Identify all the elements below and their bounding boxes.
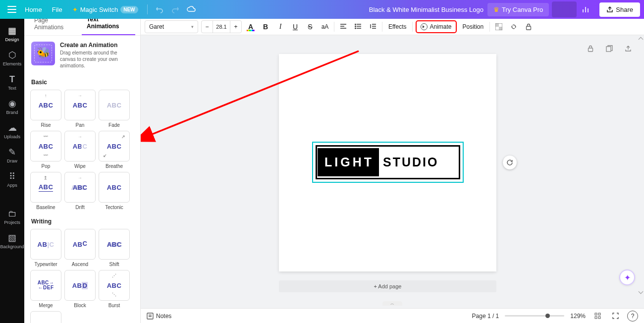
rail-design[interactable]: ▦Design: [0, 22, 24, 46]
svg-rect-4: [499, 27, 502, 30]
tab-text-animations[interactable]: Text Animations: [82, 19, 135, 35]
magic-switch-label: Magic Switch: [80, 6, 118, 13]
list-button[interactable]: [352, 21, 364, 33]
font-color-button[interactable]: A: [245, 21, 257, 33]
tab-page-animations[interactable]: Page Animations: [29, 19, 82, 35]
redo-button[interactable]: [167, 1, 183, 17]
rail-apps[interactable]: ⠿Apps: [0, 167, 24, 192]
assistant-fab[interactable]: ✦: [619, 269, 635, 285]
animation-tabs: Page Animations Text Animations: [24, 19, 140, 36]
page-tray-toggle[interactable]: ︿: [382, 301, 402, 306]
rail-text[interactable]: TText: [0, 70, 24, 95]
undo-button[interactable]: [152, 1, 167, 17]
home-link[interactable]: Home: [20, 6, 47, 13]
anim-pan[interactable]: →ABC: [64, 90, 96, 120]
text-case-button[interactable]: aA: [319, 21, 331, 33]
anim-shift-label: Shift: [109, 262, 119, 267]
anim-merge[interactable]: ABC→←DEF: [30, 270, 61, 301]
crown-icon: ♛: [493, 6, 499, 13]
anim-shift[interactable]: ABC: [99, 229, 130, 260]
font-size-increase[interactable]: +: [230, 21, 241, 33]
svg-point-1: [355, 26, 356, 27]
duplicate-page-icon[interactable]: [603, 43, 615, 54]
anim-rise[interactable]: ↑ABC: [30, 90, 61, 120]
align-button[interactable]: [337, 21, 349, 33]
expand-icon: ↙: [103, 153, 107, 158]
italic-button[interactable]: I: [274, 21, 286, 33]
animate-label: Animate: [429, 23, 451, 30]
anim-ascend[interactable]: ABC: [64, 229, 96, 260]
font-size-value[interactable]: 28.1: [213, 21, 230, 33]
try-pro-button[interactable]: ♛ Try Canva Pro: [487, 3, 549, 16]
share-label: Share: [616, 6, 633, 13]
present-button[interactable]: [552, 1, 577, 17]
vertical-scrollbar[interactable]: [640, 38, 642, 293]
rail-uploads[interactable]: ☁Uploads: [0, 119, 24, 143]
svg-rect-15: [598, 317, 600, 319]
underline-button[interactable]: U: [289, 21, 301, 33]
anim-pop[interactable]: 〰ABC〰: [30, 131, 61, 162]
anim-block[interactable]: ABD: [64, 270, 96, 301]
strikethrough-button[interactable]: S: [304, 21, 316, 33]
design-page[interactable]: LIGHT STUDIO: [279, 54, 496, 271]
animate-button[interactable]: Animate: [416, 20, 456, 33]
link-button[interactable]: [508, 21, 520, 33]
anim-fade[interactable]: ABC: [99, 90, 130, 120]
magic-switch-button[interactable]: ✦ Magic Switch NEW: [67, 4, 143, 15]
rail-background[interactable]: ▧Background: [0, 229, 24, 253]
export-page-icon[interactable]: [622, 43, 634, 54]
page-lock-icon[interactable]: [585, 43, 596, 54]
canvas-area[interactable]: LIGHT STUDIO + Add page ︿ ✦: [141, 35, 644, 308]
zoom-slider[interactable]: [505, 315, 564, 317]
insights-icon[interactable]: [577, 1, 595, 17]
spacing-button[interactable]: [367, 21, 379, 33]
cloud-sync-icon[interactable]: [183, 1, 199, 17]
anim-drift[interactable]: →ABC: [64, 172, 96, 203]
animations-panel: Page Animations Text Animations Create a…: [24, 19, 141, 323]
transparency-button[interactable]: [493, 21, 505, 33]
svg-rect-11: [147, 313, 153, 319]
ai-rewrite-handle[interactable]: [503, 156, 517, 169]
anim-extra[interactable]: 〰: [30, 311, 61, 323]
new-badge: NEW: [120, 6, 138, 13]
font-size-decrease[interactable]: −: [202, 21, 213, 33]
menu-icon[interactable]: [4, 1, 20, 17]
arrow-right-icon: →: [78, 175, 83, 180]
expand-icon: ↗: [121, 134, 126, 139]
logo-text-element[interactable]: LIGHT STUDIO: [312, 142, 464, 183]
effects-button[interactable]: Effects: [385, 23, 409, 30]
anim-wipe[interactable]: →ABC: [64, 131, 96, 162]
document-title[interactable]: Black & White Minimalist Business Logo: [369, 6, 483, 13]
divider: [147, 4, 148, 14]
file-link[interactable]: File: [47, 6, 67, 13]
rail-draw[interactable]: ✎Draw: [0, 143, 24, 167]
anim-rise-label: Rise: [41, 122, 51, 128]
add-page-button[interactable]: + Add page: [279, 280, 496, 292]
position-button[interactable]: Position: [460, 23, 487, 30]
play-circle-icon: [421, 23, 428, 30]
page-indicator[interactable]: Page 1 / 1: [472, 313, 499, 320]
notes-button[interactable]: Notes: [147, 313, 171, 320]
anim-breathe[interactable]: ↗ABC↙: [99, 131, 130, 162]
anim-wipe-label: Wipe: [74, 163, 86, 169]
anim-tectonic[interactable]: ABC: [99, 172, 130, 203]
rail-elements[interactable]: ⬡Elements: [0, 46, 24, 70]
rail-projects[interactable]: 🗀Projects: [0, 205, 24, 229]
anim-burst[interactable]: ⋰ABC⋱: [99, 270, 130, 301]
svg-point-2: [355, 28, 356, 29]
sparkle-icon: ✦: [72, 6, 78, 13]
fullscreen-icon[interactable]: [609, 310, 621, 322]
create-animation-card[interactable]: Create an Animation Drag elements around…: [24, 36, 140, 75]
anim-baseline[interactable]: ↥ABC: [30, 172, 61, 203]
page-tools: [585, 43, 634, 54]
anim-typewriter[interactable]: AB|C: [30, 229, 61, 260]
help-button[interactable]: ?: [627, 311, 638, 322]
lock-button[interactable]: [523, 21, 535, 33]
font-select[interactable]: Garet ▾: [145, 20, 198, 33]
chevron-down-icon: ▾: [191, 24, 194, 29]
rail-brand[interactable]: ◉Brand: [0, 95, 24, 119]
grid-view-icon[interactable]: [591, 310, 603, 322]
zoom-value[interactable]: 129%: [570, 313, 586, 320]
share-button[interactable]: Share: [599, 2, 640, 17]
bold-button[interactable]: B: [260, 21, 271, 33]
